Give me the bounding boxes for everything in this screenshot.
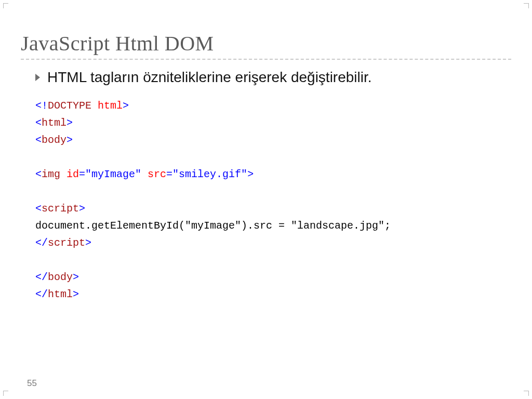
triangle-bullet-icon (35, 74, 40, 81)
crop-mark-icon (524, 3, 529, 8)
code-token: ="myImage" (79, 168, 141, 180)
code-token: > (66, 117, 73, 129)
code-token: < (35, 117, 42, 129)
code-token: html (42, 117, 66, 129)
code-token: html (91, 100, 123, 112)
slide: JavaScript Html DOM HTML tagların öznite… (0, 0, 532, 399)
code-token: > (123, 100, 129, 112)
code-token: DOCTYPE (48, 100, 91, 112)
crop-mark-icon (524, 391, 529, 396)
code-token: </ (35, 237, 48, 249)
code-token: < (35, 134, 42, 146)
code-token: < (35, 203, 42, 215)
code-token: </ (35, 271, 48, 283)
bullet-text: HTML tagların özniteliklerine erişerek d… (47, 69, 372, 86)
code-token: < (35, 168, 42, 180)
code-token: > (73, 271, 79, 283)
slide-title: JavaScript Html DOM (21, 31, 511, 56)
code-token: <! (35, 100, 48, 112)
page-number: 55 (27, 378, 37, 389)
code-token: ="smiley.gif" (166, 168, 247, 180)
code-token: src (141, 168, 166, 180)
code-line: document.getElementById("myImage").src =… (35, 220, 391, 232)
code-token: > (73, 288, 79, 300)
crop-mark-icon (3, 391, 8, 396)
code-token: script (48, 237, 85, 249)
bullet-item: HTML tagların özniteliklerine erişerek d… (35, 69, 511, 86)
code-token: body (48, 271, 73, 283)
code-token: </ (35, 288, 48, 300)
code-token: > (66, 134, 73, 146)
code-token: html (48, 288, 73, 300)
code-token: img (42, 168, 60, 180)
code-token: > (79, 203, 85, 215)
code-token: > (247, 168, 254, 180)
code-block: <!DOCTYPE html> <html> <body> <img id="m… (35, 97, 511, 303)
title-divider (21, 59, 511, 60)
code-token: > (85, 237, 91, 249)
code-token: script (42, 203, 79, 215)
code-token: id (60, 168, 79, 180)
crop-mark-icon (3, 3, 8, 8)
code-token: body (42, 134, 66, 146)
